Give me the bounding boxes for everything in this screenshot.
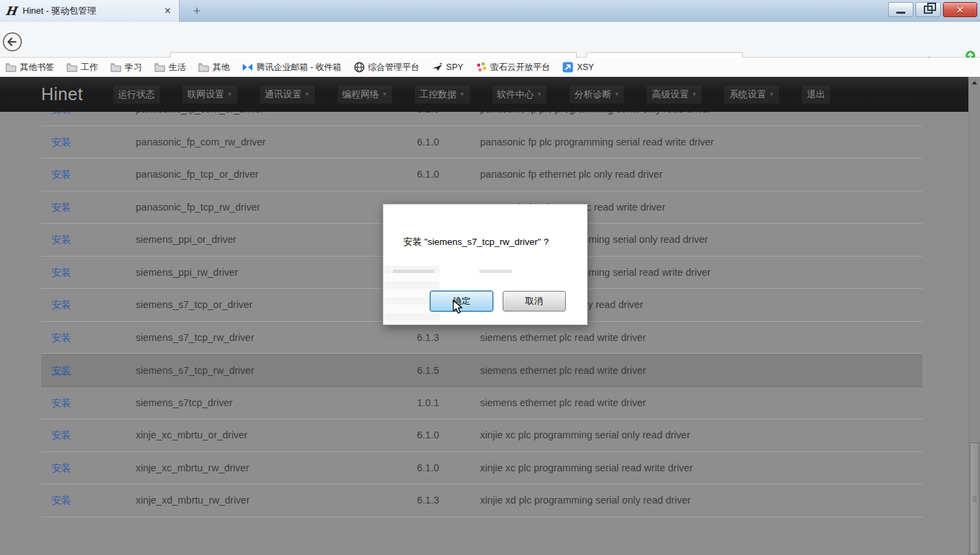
chevron-down-icon: ▼ <box>537 91 542 97</box>
table-row: 安装panasonic_fp_com_rw_driver6.1.0panason… <box>41 126 922 159</box>
window-titlebar: H Hinet - 驱动包管理 × + ✕ <box>0 0 980 22</box>
bookmark-label: 学习 <box>125 62 142 73</box>
driver-description: siemens ethernet plc read write driver <box>480 365 646 376</box>
close-icon: ✕ <box>957 5 964 15</box>
new-tab-button[interactable]: + <box>187 2 207 20</box>
table-row: 安装panasonic_fp_tcp_or_driver6.1.0panason… <box>41 158 922 191</box>
install-link[interactable]: 安装 <box>51 461 71 474</box>
nav-item[interactable]: 分析诊断▼ <box>569 86 624 104</box>
install-link[interactable]: 安装 <box>51 364 71 377</box>
back-button[interactable] <box>1 31 23 53</box>
scrollbar-thumb[interactable] <box>970 442 979 554</box>
driver-name: siemens_s7tcp_driver <box>136 397 232 408</box>
bookmark-label: XSY <box>577 62 594 72</box>
bookmark-item[interactable]: SPY <box>432 62 464 73</box>
driver-version: 6.1.3 <box>417 332 439 343</box>
bookmark-label: 萤石云开放平台 <box>490 62 551 73</box>
driver-version: 6.1.5 <box>417 365 439 376</box>
folder-icon <box>110 62 121 73</box>
bookmark-label: 其他书签 <box>20 62 54 73</box>
install-link[interactable]: 安装 <box>51 135 71 148</box>
window-restore-button[interactable] <box>916 2 941 17</box>
nav-item[interactable]: 编程网络▼ <box>337 86 392 104</box>
site-navbar: Hinet 运行状态联网设置▼通讯设置▼编程网络▼工控数据▼软件中心▼分析诊断▼… <box>0 77 968 112</box>
browser-window: H Hinet - 驱动包管理 × + ✕ 192.168.9.99/cgi-b… <box>0 0 980 555</box>
bookmark-item[interactable]: 综合管理平台 <box>354 62 420 73</box>
page-scrollbar[interactable] <box>968 77 980 555</box>
nav-item[interactable]: 高级设置▼ <box>647 86 702 104</box>
table-row: 安装siemens_s7_tcp_rw_driver6.1.5siemens e… <box>41 354 922 387</box>
driver-name: panasonic_fp_tcp_rw_driver <box>136 202 260 213</box>
color-dots-icon <box>476 62 487 73</box>
globe-icon <box>354 62 365 73</box>
driver-name: siemens_s7_tcp_rw_driver <box>136 365 254 376</box>
chevron-down-icon: ▼ <box>769 91 774 97</box>
driver-name: siemens_ppi_rw_driver <box>136 267 238 278</box>
install-link[interactable]: 安装 <box>51 265 71 279</box>
install-link[interactable]: 安装 <box>51 494 71 507</box>
window-close-button[interactable]: ✕ <box>943 2 977 17</box>
install-link[interactable]: 安装 <box>51 168 71 181</box>
nav-item[interactable]: 通讯设置▼ <box>260 86 315 104</box>
driver-description: xinjie xc plc programming serial read wr… <box>480 462 693 473</box>
bookmark-label: 工作 <box>81 62 98 73</box>
site-brand[interactable]: Hinet <box>41 84 83 104</box>
driver-name: siemens_s7_tcp_or_driver <box>136 299 252 310</box>
nav-item[interactable]: 运行状态 <box>113 86 160 104</box>
install-link[interactable]: 安装 <box>51 429 71 442</box>
chevron-down-icon: ▼ <box>614 91 619 97</box>
folder-icon <box>67 62 77 73</box>
site-favicon-icon: H <box>5 5 17 17</box>
mouse-cursor-icon <box>453 300 465 318</box>
nav-item[interactable]: 系统设置▼ <box>724 86 779 104</box>
bookmark-item[interactable]: 生活 <box>154 62 186 73</box>
browser-tab[interactable]: H Hinet - 驱动包管理 × <box>0 0 180 22</box>
install-link[interactable]: 安装 <box>51 200 71 213</box>
restore-icon <box>924 5 933 14</box>
chevron-down-icon: ▼ <box>382 91 387 97</box>
bookmark-item[interactable]: 其他书签 <box>5 62 54 73</box>
chevron-down-icon: ▼ <box>227 91 232 97</box>
install-link[interactable]: 安装 <box>51 396 71 409</box>
install-link[interactable]: 安装 <box>51 331 71 344</box>
tab-title: Hinet - 驱动包管理 <box>23 5 162 17</box>
chevron-down-icon: ▼ <box>691 91 697 97</box>
tab-close-icon[interactable]: × <box>162 4 174 18</box>
bookmark-item[interactable]: 工作 <box>67 62 98 73</box>
table-row: 安装xinje_xd_mbrtu_rw_driver6.1.3xinjie xd… <box>41 484 922 517</box>
table-row: 安装siemens_s7_tcp_rw_driver6.1.3siemens e… <box>41 322 922 355</box>
driver-description: xinjie xc plc programming serial only re… <box>480 429 690 440</box>
nav-item[interactable]: 联网设置▼ <box>182 86 237 104</box>
driver-name: xinje_xc_mbrtu_rw_driver <box>136 462 249 473</box>
bookmark-item[interactable]: 腾讯企业邮箱 - 收件箱 <box>242 62 342 73</box>
nav-item[interactable]: 工控数据▼ <box>415 86 470 104</box>
driver-name: xinje_xc_mbrtu_or_driver <box>136 429 248 440</box>
driver-version: 6.1.0 <box>417 429 439 440</box>
driver-description: panasonic fp ethernet plc only read driv… <box>480 169 662 180</box>
driver-version: 6.1.0 <box>417 169 439 180</box>
arrow-square-icon <box>562 62 573 73</box>
tencent-mail-icon <box>242 62 253 73</box>
scrollbar-up-arrow[interactable] <box>969 77 980 88</box>
driver-description: siemens ethernet plc read write driver <box>480 332 646 343</box>
driver-version: 1.0.1 <box>417 397 439 408</box>
nav-item[interactable]: 退出 <box>802 86 830 104</box>
bookmark-item[interactable]: 萤石云开放平台 <box>476 62 551 73</box>
driver-version: 6.1.0 <box>417 137 439 147</box>
driver-name: panasonic_fp_tcp_or_driver <box>136 169 259 180</box>
minimize-icon <box>896 12 905 14</box>
bookmark-item[interactable]: XSY <box>562 62 594 73</box>
driver-name: panasonic_fp_com_rw_driver <box>136 137 265 147</box>
bookmark-label: 腾讯企业邮箱 - 收件箱 <box>256 62 342 73</box>
install-link[interactable]: 安装 <box>51 233 71 246</box>
render-artifact <box>479 270 512 273</box>
bookmark-item[interactable]: 其他 <box>198 62 230 73</box>
driver-name: siemens_ppi_or_driver <box>136 234 237 245</box>
bookmark-item[interactable]: 学习 <box>110 62 142 73</box>
chevron-down-icon: ▼ <box>304 91 310 97</box>
table-row: 安装xinje_xc_mbrtu_rw_driver6.1.0xinjie xc… <box>41 452 922 485</box>
cancel-button[interactable]: 取消 <box>503 291 566 311</box>
nav-item[interactable]: 软件中心▼ <box>492 86 547 104</box>
install-link[interactable]: 安装 <box>51 298 71 311</box>
window-minimize-button[interactable] <box>888 2 913 17</box>
